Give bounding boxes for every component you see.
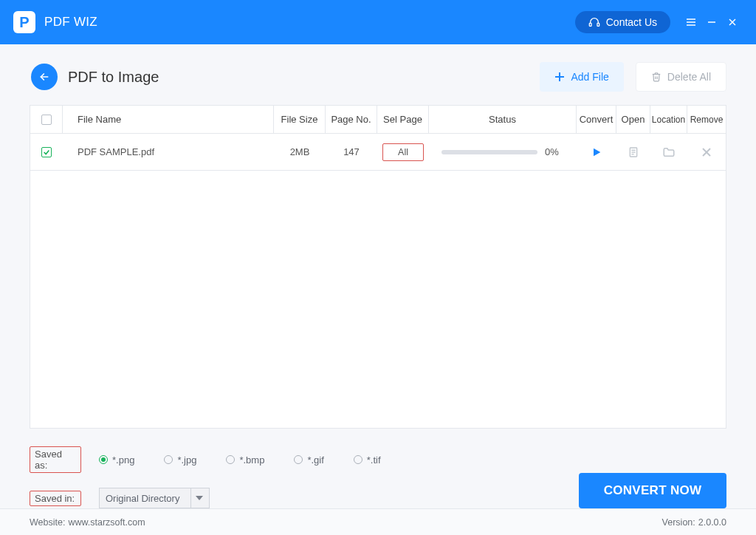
saved-in-select[interactable]: Original Directory bbox=[99, 488, 210, 508]
sel-page-cell: All bbox=[377, 134, 429, 170]
radio-dot-icon bbox=[226, 455, 235, 464]
radio-dot-icon bbox=[164, 455, 173, 464]
header-convert: Convert bbox=[577, 106, 616, 133]
minimize-button[interactable] bbox=[701, 12, 722, 33]
convert-cell bbox=[577, 134, 616, 170]
header-location: Location bbox=[650, 106, 687, 133]
app-logo: P bbox=[13, 11, 35, 33]
format-radio-bmp[interactable]: *.bmp bbox=[226, 454, 264, 466]
back-button[interactable] bbox=[31, 64, 58, 90]
format-label: *.png bbox=[112, 454, 134, 466]
delete-all-label: Delete All bbox=[667, 71, 711, 83]
folder-icon bbox=[662, 146, 676, 159]
play-icon bbox=[591, 146, 602, 158]
add-file-button[interactable]: Add File bbox=[540, 62, 623, 92]
website-label: Website: bbox=[30, 517, 65, 528]
row-check-cell bbox=[30, 134, 63, 170]
file-size-cell: 2MB bbox=[274, 134, 326, 170]
header-select-all bbox=[30, 106, 63, 133]
page-title: PDF to Image bbox=[68, 69, 159, 86]
header-status: Status bbox=[429, 106, 577, 133]
convert-now-label: CONVERT NOW bbox=[604, 483, 702, 498]
remove-cell bbox=[687, 134, 726, 170]
contact-us-button[interactable]: Contact Us bbox=[575, 11, 670, 33]
format-label: *.gif bbox=[307, 454, 323, 466]
close-icon bbox=[727, 17, 738, 27]
format-radio-group: *.png *.jpg *.bmp *.gif *.tif bbox=[99, 454, 381, 466]
header-page-no: Page No. bbox=[326, 106, 377, 133]
select-all-checkbox[interactable] bbox=[41, 115, 52, 125]
table-row: PDF SAMPLE.pdf 2MB 147 All 0% bbox=[30, 134, 726, 171]
file-table: File Name File Size Page No. Sel Page St… bbox=[30, 105, 726, 429]
document-icon bbox=[628, 146, 639, 158]
sel-page-button[interactable]: All bbox=[382, 143, 424, 161]
progress-percent: 0% bbox=[545, 146, 564, 157]
svg-rect-1 bbox=[597, 23, 599, 26]
header-file-name: File Name bbox=[63, 106, 274, 133]
format-radio-jpg[interactable]: *.jpg bbox=[164, 454, 196, 466]
version-value: 2.0.0.0 bbox=[698, 517, 726, 528]
hamburger-icon bbox=[686, 17, 696, 27]
add-file-label: Add File bbox=[571, 71, 608, 83]
svg-marker-18 bbox=[196, 496, 203, 500]
header-open: Open bbox=[616, 106, 650, 133]
x-icon bbox=[701, 147, 712, 157]
website-link[interactable]: www.starzsoft.com bbox=[68, 517, 145, 528]
progress-bar bbox=[441, 150, 537, 154]
format-label: *.jpg bbox=[177, 454, 196, 466]
chevron-down-icon bbox=[190, 488, 203, 508]
titlebar: P PDF WIZ Contact Us bbox=[0, 0, 756, 44]
file-name-cell: PDF SAMPLE.pdf bbox=[63, 134, 274, 170]
header-file-size: File Size bbox=[274, 106, 326, 133]
open-cell bbox=[616, 134, 650, 170]
arrow-left-icon bbox=[38, 71, 50, 83]
row-convert-button[interactable] bbox=[588, 144, 605, 160]
radio-dot-icon bbox=[99, 455, 108, 464]
convert-now-button[interactable]: CONVERT NOW bbox=[579, 473, 726, 508]
format-radio-tif[interactable]: *.tif bbox=[354, 454, 381, 466]
radio-dot-icon bbox=[294, 455, 303, 464]
format-label: *.bmp bbox=[239, 454, 264, 466]
format-radio-png[interactable]: *.png bbox=[99, 454, 134, 466]
trash-icon bbox=[651, 72, 662, 82]
page-no-cell: 147 bbox=[326, 134, 377, 170]
location-cell bbox=[650, 134, 687, 170]
delete-all-button[interactable]: Delete All bbox=[636, 62, 726, 92]
app-name: PDF WIZ bbox=[44, 15, 97, 30]
plus-icon bbox=[554, 72, 565, 82]
saved-as-label: Saved as: bbox=[30, 446, 81, 473]
radio-dot-icon bbox=[354, 455, 362, 464]
footer-controls: Saved as: *.png *.jpg *.bmp *.gif *.tif … bbox=[0, 446, 756, 508]
svg-marker-11 bbox=[594, 148, 600, 156]
version-label: Version: bbox=[662, 517, 695, 528]
svg-rect-0 bbox=[589, 23, 591, 26]
saved-as-row: Saved as: *.png *.jpg *.bmp *.gif *.tif bbox=[30, 446, 726, 473]
close-button[interactable] bbox=[722, 12, 743, 33]
table-header: File Name File Size Page No. Sel Page St… bbox=[30, 106, 726, 134]
headset-icon bbox=[588, 16, 600, 28]
row-location-button[interactable] bbox=[661, 144, 677, 160]
saved-in-label: Saved in: bbox=[30, 491, 81, 506]
statusbar: Website: www.starzsoft.com Version: 2.0.… bbox=[0, 508, 756, 535]
saved-in-value: Original Directory bbox=[106, 493, 179, 504]
header-remove: Remove bbox=[687, 106, 726, 133]
header-sel-page: Sel Page bbox=[377, 106, 429, 133]
format-radio-gif[interactable]: *.gif bbox=[294, 454, 323, 466]
row-remove-button[interactable] bbox=[698, 144, 715, 160]
toolbar: PDF to Image Add File Delete All bbox=[0, 44, 756, 105]
contact-us-label: Contact Us bbox=[606, 16, 657, 28]
row-checkbox[interactable] bbox=[41, 147, 52, 157]
format-label: *.tif bbox=[367, 454, 381, 466]
menu-button[interactable] bbox=[681, 12, 701, 33]
row-open-button[interactable] bbox=[625, 144, 642, 160]
status-cell: 0% bbox=[429, 134, 577, 170]
minimize-icon bbox=[707, 17, 717, 27]
